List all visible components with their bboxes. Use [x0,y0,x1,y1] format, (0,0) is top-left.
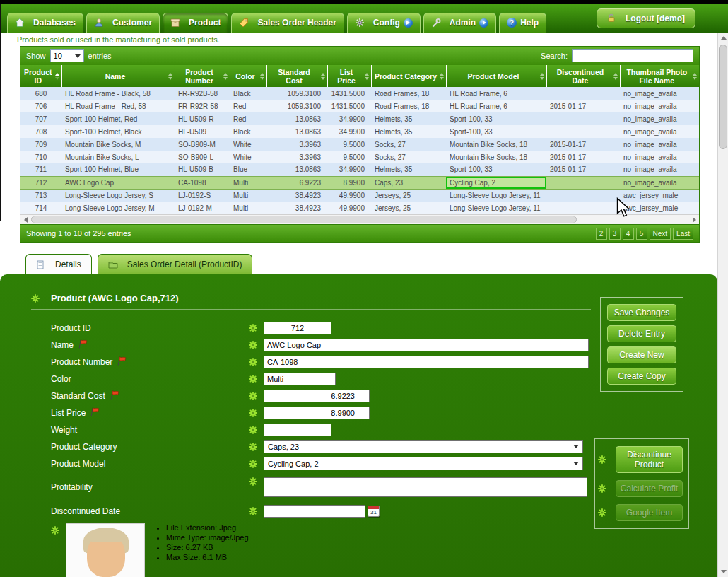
calendar-icon[interactable]: 31 [368,506,380,517]
table-cell[interactable]: Long-Sleeve Logo Jersey, 11 [446,189,546,202]
table-cell[interactable]: Caps, 23 [371,176,446,189]
column-header-discontinued-date[interactable]: Discontinued Date [546,65,620,87]
vertical-scroll-thumb[interactable] [719,45,727,149]
table-cell[interactable] [546,176,620,189]
page-button[interactable]: 5 [636,228,647,240]
table-cell[interactable]: 706 [20,100,61,112]
table-cell[interactable]: Socks, 27 [371,151,446,163]
product-category-select[interactable]: Caps, 23 [264,440,583,453]
table-cell[interactable]: Sport-100 Helmet, Black [61,125,175,138]
table-cell[interactable]: Multi [230,176,266,189]
table-cell[interactable]: 34.9900 [327,163,371,176]
table-cell[interactable]: Long-Sleeve Logo Jersey, M [61,202,175,214]
table-row[interactable]: 708Sport-100 Helmet, BlackHL-U509Black13… [20,125,699,138]
color-input[interactable] [264,373,336,385]
column-header-list-price[interactable]: List Price [327,65,371,87]
table-cell[interactable]: 13.0863 [266,163,327,176]
delete-entry-button[interactable]: Delete Entry [607,325,676,342]
table-cell[interactable]: Red [230,112,266,125]
table-cell[interactable]: CA-1098 [175,176,230,189]
nav-customer[interactable]: Customer [86,13,160,33]
save-changes-button[interactable]: Save Changes [607,304,676,321]
table-cell[interactable]: 1431.5000 [327,87,371,100]
table-cell[interactable]: awc_jersey_male [620,202,699,214]
table-cell[interactable]: HL Road Frame, 6 [446,100,546,112]
table-cell[interactable]: 34.9900 [327,125,371,138]
nav-admin[interactable]: Admin [423,13,496,33]
table-cell[interactable]: 680 [20,87,61,100]
product-number-input[interactable] [264,356,589,368]
table-cell[interactable]: Helmets, 35 [371,163,446,176]
table-cell[interactable]: HL-U509-R [175,112,230,125]
table-cell[interactable] [546,112,620,125]
discontinue-product-button[interactable]: Discontinue Product [616,446,683,473]
table-cell[interactable]: Helmets, 35 [371,125,446,138]
table-cell[interactable]: 34.9900 [327,112,371,125]
table-cell[interactable]: no_image_availa [620,151,699,163]
table-cell[interactable]: 1431.5000 [327,100,371,112]
table-cell[interactable]: Sport-100 Helmet, Red [61,112,175,125]
table-cell[interactable]: Long-Sleeve Logo Jersey, S [61,189,175,202]
table-cell[interactable]: 38.4923 [266,189,327,202]
table-cell[interactable]: Road Frames, 18 [371,87,446,100]
table-cell[interactable]: Multi [230,202,266,214]
table-cell[interactable] [546,202,620,214]
table-row[interactable]: 710Mountain Bike Socks, LSO-B909-LWhite3… [20,151,699,163]
table-row[interactable]: 680HL Road Frame - Black, 58FR-R92B-58Bl… [20,87,699,100]
table-cell[interactable]: 2015-01-17 [546,138,620,151]
create-new-button[interactable]: Create New [607,346,676,363]
page-button[interactable]: 4 [623,228,634,240]
table-cell[interactable]: Socks, 27 [371,138,446,151]
column-header-product-model[interactable]: Product Model [446,65,546,87]
scroll-down-arrow-icon[interactable] [718,566,728,577]
table-cell[interactable]: 710 [20,151,61,163]
table-cell[interactable]: Helmets, 35 [371,112,446,125]
table-row[interactable]: 713Long-Sleeve Logo Jersey, SLJ-0192-SMu… [20,189,699,202]
table-cell[interactable]: no_image_availa [620,138,699,151]
table-cell[interactable]: Mountain Bike Socks, 18 [446,138,546,151]
table-cell[interactable]: no_image_availa [620,112,699,125]
table-cell[interactable]: 38.4923 [266,202,327,214]
table-cell[interactable]: 8.9900 [327,176,371,189]
scroll-left-arrow-icon[interactable] [20,215,30,224]
table-cell[interactable]: 3.3963 [266,138,327,151]
table-cell[interactable]: SO-B909-M [175,138,230,151]
table-cell[interactable]: 1059.3100 [266,87,327,100]
column-header-product-number[interactable]: Product Number [175,65,230,87]
column-header-product-category[interactable]: Product Category [371,65,446,87]
table-cell[interactable]: FR-R92B-58 [175,87,230,100]
table-cell[interactable]: 2015-01-17 [546,163,620,176]
page-button[interactable]: Next [650,228,671,240]
page-button[interactable]: 2 [596,228,607,240]
table-cell[interactable]: AWC Logo Cap [61,176,175,189]
create-copy-button[interactable]: Create Copy [607,368,676,385]
table-cell[interactable] [546,125,620,138]
table-cell[interactable]: Sport-100, 33 [446,125,546,138]
horizontal-scrollbar[interactable] [20,214,699,224]
column-header-name[interactable]: Name [61,65,175,87]
tab-sales-order-detail[interactable]: Sales Order Detail (ProductID) [98,254,253,274]
vertical-scrollbar[interactable] [717,33,728,577]
tab-details[interactable]: Details [25,254,92,274]
table-cell[interactable]: 49.9900 [327,189,371,202]
table-cell[interactable] [546,87,620,100]
table-cell[interactable]: HL Road Frame, 6 [446,87,546,100]
table-cell[interactable]: Sport-100, 33 [446,163,546,176]
table-cell[interactable]: 714 [20,202,61,214]
table-cell[interactable]: awc_jersey_male [620,189,699,202]
table-cell[interactable]: 13.0863 [266,125,327,138]
table-row[interactable]: 714Long-Sleeve Logo Jersey, MLJ-0192-MMu… [20,202,699,214]
nav-databases[interactable]: Databases [7,13,83,33]
table-cell[interactable]: Sport-100, 33 [446,112,546,125]
calculate-profit-button[interactable]: Calculate Profit [616,480,683,497]
profitability-textarea[interactable] [264,477,587,497]
table-cell[interactable]: HL-U509-B [175,163,230,176]
table-cell[interactable]: LJ-0192-S [175,189,230,202]
nav-sales-order-header[interactable]: Sales Order Header [231,13,344,33]
thumbnail-photo[interactable] [66,523,145,577]
table-cell[interactable]: Black [230,125,266,138]
table-cell[interactable]: White [230,138,266,151]
table-row[interactable]: 706HL Road Frame - Red, 58FR-R92R-58Red1… [20,100,699,112]
standard-cost-input[interactable] [264,390,370,402]
search-input[interactable] [572,49,693,62]
